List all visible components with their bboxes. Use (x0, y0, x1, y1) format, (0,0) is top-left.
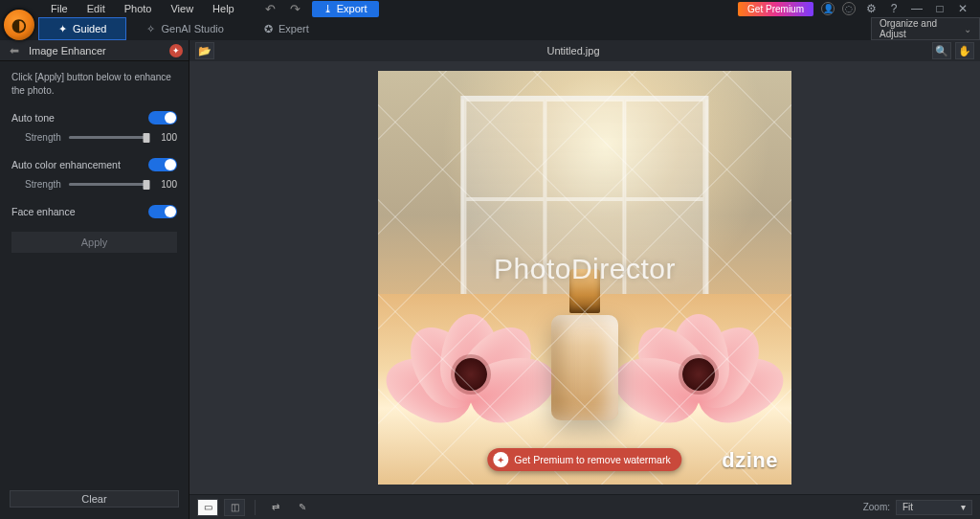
genai-label: GenAI Studio (161, 23, 223, 34)
chevron-down-icon: ▾ (961, 502, 966, 512)
tab-genai-studio[interactable]: ✧ GenAI Studio (126, 17, 243, 40)
auto-tone-strength-value: 100 (154, 132, 177, 143)
auto-color-toggle[interactable] (148, 158, 177, 171)
get-premium-button[interactable]: Get Premium (738, 2, 813, 16)
apply-button[interactable]: Apply (11, 232, 177, 253)
auto-tone-toggle[interactable] (148, 111, 177, 124)
notifications-icon[interactable]: ◌ (842, 2, 856, 15)
image-brand-logo: dzine (722, 448, 778, 473)
left-panel: ⬅ Image Enhancer ✦ Click [Apply] button … (0, 40, 189, 519)
undo-button[interactable]: ↶ (262, 1, 279, 16)
export-icon: ⤓ (323, 3, 332, 15)
auto-tone-strength-slider[interactable] (69, 136, 146, 139)
face-enhance-label: Face enhance (11, 206, 76, 217)
face-enhance-toggle[interactable] (148, 205, 177, 218)
auto-color-strength-value: 100 (154, 179, 177, 190)
guided-label: Guided (73, 23, 106, 34)
expert-icon: ✪ (264, 23, 273, 35)
panel-title: Image Enhancer (29, 45, 164, 56)
back-button[interactable]: ⬅ (6, 42, 23, 59)
genai-icon: ✧ (146, 23, 155, 35)
guided-icon: ✦ (58, 23, 67, 35)
edit-tool-button[interactable]: ✎ (292, 499, 313, 516)
minimize-button[interactable]: — (909, 1, 924, 16)
settings-icon[interactable]: ⚙ (863, 1, 879, 16)
chevron-down-icon: ⌄ (964, 24, 971, 34)
menu-photo[interactable]: Photo (116, 1, 161, 16)
strength-label-1: Strength (25, 132, 61, 143)
close-button[interactable]: ✕ (955, 1, 970, 16)
mode-bar: ✦ Guided ✧ GenAI Studio ✪ Expert Organiz… (0, 17, 980, 40)
tab-expert[interactable]: ✪ Expert (244, 17, 329, 40)
clear-button[interactable]: Clear (10, 490, 179, 508)
help-icon[interactable]: ? (886, 1, 902, 16)
zoom-label: Zoom: (863, 502, 890, 512)
menu-bar: File Edit Photo View Help ↶ ↷ ⤓ Export G… (0, 0, 980, 17)
premium-pill-icon: ✦ (493, 452, 508, 467)
view-single-button[interactable]: ▭ (197, 499, 218, 516)
menu-help[interactable]: Help (204, 1, 243, 16)
filename-label: Untitled.jpg (220, 45, 926, 56)
auto-color-strength-slider[interactable] (69, 183, 146, 186)
zoom-value: Fit (902, 502, 913, 512)
strength-label-2: Strength (25, 179, 61, 190)
redo-button[interactable]: ↷ (287, 1, 304, 16)
export-button[interactable]: ⤓ Export (312, 1, 379, 17)
auto-color-label: Auto color enhancement (11, 159, 121, 170)
workspace-dropdown[interactable]: Organize and Adjust ⌄ (871, 17, 980, 40)
remove-watermark-button[interactable]: ✦ Get Premium to remove watermark (487, 448, 681, 471)
canvas-area: 📂 Untitled.jpg 🔍 ✋ (189, 40, 980, 519)
expert-label: Expert (278, 23, 309, 34)
view-split-button[interactable]: ◫ (224, 499, 245, 516)
premium-badge-icon[interactable]: ✦ (169, 44, 183, 57)
auto-tone-label: Auto tone (11, 112, 55, 124)
zoom-tool-button[interactable]: 🔍 (932, 42, 951, 59)
compare-button[interactable]: ⇄ (265, 499, 286, 516)
pan-tool-button[interactable]: ✋ (955, 42, 974, 59)
canvas-viewport[interactable]: PhotoDirector dzine ✦ Get Premium to rem… (189, 61, 980, 494)
zoom-select[interactable]: Fit ▾ (896, 500, 972, 515)
maximize-button[interactable]: □ (932, 1, 947, 16)
tab-guided[interactable]: ✦ Guided (38, 17, 126, 40)
account-icon[interactable]: 👤 (821, 2, 835, 15)
remove-watermark-label: Get Premium to remove watermark (514, 454, 670, 465)
canvas-image: PhotoDirector dzine ✦ Get Premium to rem… (378, 71, 791, 485)
menu-view[interactable]: View (162, 1, 202, 16)
workspace-dropdown-label: Organize and Adjust (880, 18, 964, 39)
panel-instruction: Click [Apply] button below to enhance th… (11, 71, 177, 98)
menu-edit[interactable]: Edit (78, 1, 114, 16)
export-label: Export (337, 3, 368, 14)
open-folder-button[interactable]: 📂 (195, 42, 214, 59)
menu-file[interactable]: File (42, 1, 77, 16)
app-logo[interactable]: ◐ (4, 10, 34, 40)
